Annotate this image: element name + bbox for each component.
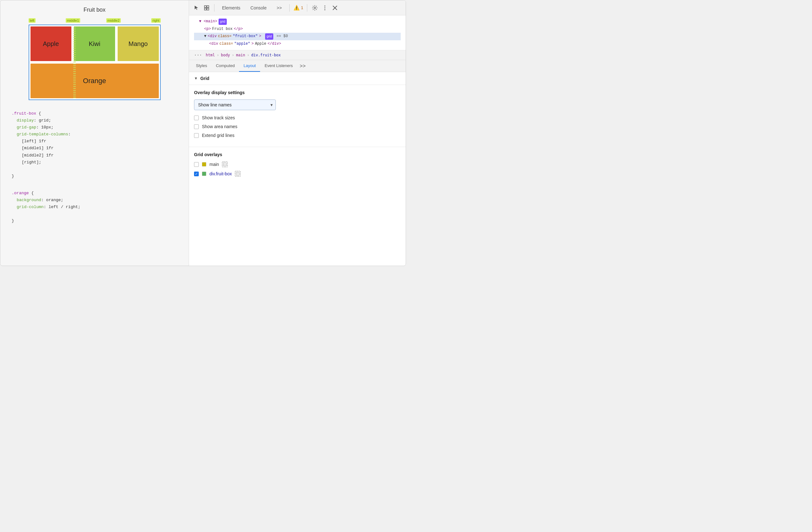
code-val-right: [right]; [22, 159, 177, 166]
checkmark-icon: ✓ [195, 172, 198, 176]
tab-layout[interactable]: Layout [239, 60, 260, 72]
svg-point-4 [314, 7, 316, 9]
code-brace-close-2: } [12, 219, 14, 223]
dom-line-fruit-box[interactable]: ▼ <div class= "fruit-box" > grid == $0 [194, 33, 401, 40]
cell-mango: Mango [118, 26, 159, 61]
extend-grid-lines-checkbox[interactable] [194, 133, 199, 138]
warning-count: 1 [301, 5, 303, 10]
grid-visual: Apple Kiwi Mango Orange [29, 25, 161, 100]
cell-apple: Apple [30, 26, 72, 61]
main-color-swatch[interactable] [202, 162, 206, 167]
dom-line-apple[interactable]: <div class= "apple" > Apple </div> [194, 40, 401, 48]
code-selector-fruit-box: .fruit-box [12, 111, 36, 116]
grid-section-header[interactable]: ▼ Grid [189, 72, 406, 85]
breadcrumb-bar: ··· html › body › main › div.fruit-box [189, 51, 406, 60]
grid-badge-fruit-box: grid [265, 33, 274, 40]
overlay-settings-title: Overlay display settings [194, 90, 401, 95]
toolbar-divider-3 [307, 4, 307, 12]
overlay-display-select[interactable]: Show line namesShow line numbersHide lin… [194, 99, 276, 110]
grid-overlays-section: Grid overlays main ✓ [189, 147, 406, 185]
more-tabs-button[interactable]: >> [273, 3, 286, 12]
extend-grid-lines-label: Extend grid lines [202, 133, 235, 138]
checkbox-extend-grid-lines: Extend grid lines [194, 133, 401, 138]
svg-rect-1 [207, 6, 209, 8]
main-overlay-label: main [209, 162, 219, 167]
code-prop-columns: grid-template-columns: [17, 131, 177, 138]
checkbox-show-track-sizes: Show track sizes [194, 115, 401, 120]
code-prop-gap: grid-gap: 10px; [17, 124, 177, 131]
more-vert-icon[interactable] [321, 4, 329, 12]
fruit-box-overlay-checkbox[interactable]: ✓ [194, 171, 199, 176]
close-icon[interactable] [331, 4, 339, 12]
main-overlay-dotted-icon[interactable] [222, 162, 228, 167]
breadcrumb-body[interactable]: body [219, 52, 231, 58]
code-val-left: [left] 1fr [22, 138, 177, 145]
checkbox-show-area-names: Show area names [194, 124, 401, 129]
code-brace-open-2: { [31, 191, 34, 195]
code-prop-display: display: grid; [17, 117, 177, 124]
breadcrumb-html[interactable]: html [204, 52, 216, 58]
code-brace-close-1: } [12, 174, 14, 179]
fruit-box-overlay-label: div.fruit-box [209, 171, 232, 176]
tab-event-listeners[interactable]: Event Listeners [260, 60, 297, 72]
line-label-middle2: middle2 [106, 18, 121, 23]
toolbar-divider-1 [214, 4, 215, 12]
code-val-middle1: [middle1] 1fr [22, 145, 177, 152]
warning-badge[interactable]: ⚠️ 1 [293, 5, 303, 11]
line-labels: left middle1 middle2 right [29, 18, 161, 24]
tab-elements[interactable]: Elements [218, 3, 244, 12]
code-block-fruit-box: .fruit-box { display: grid; grid-gap: 10… [6, 108, 183, 182]
right-panel: Elements Console >> ⚠️ 1 [189, 0, 406, 266]
left-panel: Fruit box left middle1 middle2 right App… [0, 0, 189, 266]
svg-rect-3 [207, 8, 209, 10]
gear-icon[interactable] [311, 4, 319, 12]
svg-point-6 [324, 7, 325, 8]
warning-icon: ⚠️ [293, 5, 300, 11]
svg-point-5 [324, 5, 325, 6]
breadcrumb-main[interactable]: main [235, 52, 247, 58]
fruit-box-overlay-dotted-icon[interactable] [235, 171, 241, 177]
cursor-icon[interactable] [193, 4, 200, 12]
overlay-fruit-box-row: ✓ div.fruit-box [194, 171, 401, 177]
devtools-toolbar: Elements Console >> ⚠️ 1 [189, 0, 406, 15]
tab-computed[interactable]: Computed [211, 60, 239, 72]
svg-rect-0 [204, 6, 206, 8]
line-names-select-wrapper: Show line namesShow line numbersHide lin… [194, 99, 276, 110]
code-brace-open-1: { [39, 111, 41, 116]
grid-badge-main: grid [219, 18, 227, 25]
code-val-middle2: [middle2] 1fr [22, 152, 177, 159]
toolbar-divider-2 [289, 4, 290, 12]
cell-kiwi: Kiwi [74, 26, 115, 61]
show-area-names-label: Show area names [202, 124, 237, 129]
layout-panel: ▼ Grid Overlay display settings Show lin… [189, 72, 406, 266]
tabs-row: Styles Computed Layout Event Listeners >… [189, 60, 406, 72]
dom-tree: ▼ <main> grid <p>Fruit box</p> ▼ <div cl… [189, 15, 406, 51]
line-label-middle1: middle1 [66, 18, 81, 23]
code-prop-grid-col: grid-column: left / right; [17, 204, 177, 211]
tab-styles[interactable]: Styles [191, 60, 211, 72]
overlay-main-row: main [194, 162, 401, 167]
code-block-orange: .orange { background: orange; grid-colum… [6, 187, 183, 227]
main-overlay-checkbox[interactable] [194, 162, 199, 167]
grid-overlays-title: Grid overlays [194, 152, 401, 157]
fruit-box-title: Fruit box [6, 6, 183, 13]
code-prop-background: background: orange; [17, 197, 177, 204]
code-selector-orange: .orange [12, 191, 29, 195]
dom-line-p[interactable]: <p>Fruit box</p> [194, 26, 401, 33]
inspect-icon[interactable] [203, 4, 211, 12]
dom-line-main[interactable]: ▼ <main> grid [194, 18, 401, 26]
line-label-right: right [151, 18, 160, 23]
fruit-box-color-swatch[interactable] [202, 171, 206, 176]
show-track-sizes-checkbox[interactable] [194, 115, 199, 120]
line-label-left: left [29, 18, 36, 23]
breadcrumb-more[interactable]: ··· [194, 53, 202, 58]
show-track-sizes-label: Show track sizes [202, 115, 235, 120]
grid-visual-container: left middle1 middle2 right Apple Kiwi Ma… [29, 18, 161, 100]
equals-sign: == $0 [276, 33, 288, 40]
app-container: Fruit box left middle1 middle2 right App… [0, 0, 406, 266]
overlay-settings: Overlay display settings Show line names… [189, 85, 406, 147]
show-area-names-checkbox[interactable] [194, 124, 199, 129]
tab-console[interactable]: Console [247, 3, 270, 12]
breadcrumb-fruit-box[interactable]: div.fruit-box [250, 52, 282, 58]
tab-more-button[interactable]: >> [297, 61, 308, 71]
